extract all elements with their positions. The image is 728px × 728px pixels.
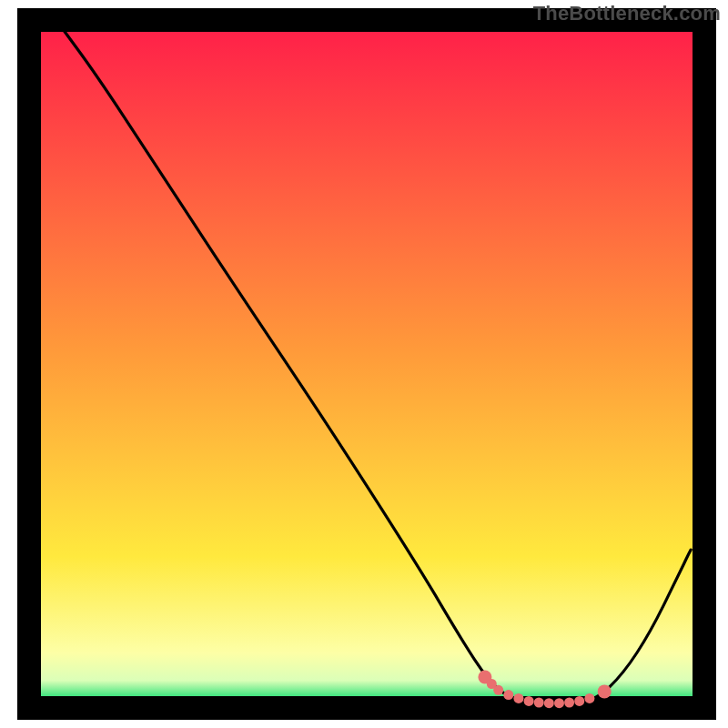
highlight-dot [493, 685, 503, 695]
highlight-dot [554, 698, 564, 708]
highlight-dot [574, 696, 584, 706]
plot-background [29, 20, 704, 708]
highlight-dot [534, 698, 544, 708]
highlight-dot [598, 684, 612, 698]
watermark-text: TheBottleneck.com [533, 2, 721, 25]
bottleneck-chart [0, 0, 728, 728]
highlight-dot [503, 690, 513, 700]
highlight-dot [544, 698, 554, 708]
chart-frame: TheBottleneck.com [0, 0, 728, 728]
highlight-dot [584, 693, 594, 703]
highlight-dot [564, 698, 574, 708]
highlight-dot [524, 696, 534, 706]
highlight-dot [513, 693, 523, 703]
